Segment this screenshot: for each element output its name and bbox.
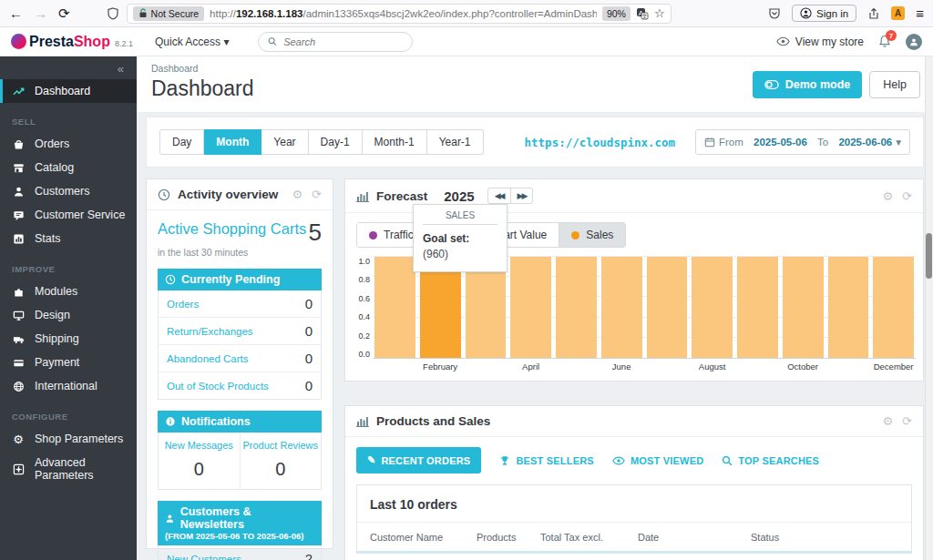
admin-search[interactable] bbox=[258, 32, 413, 52]
sidebar-item-stats[interactable]: Stats bbox=[0, 227, 137, 250]
version-label: 8.2.1 bbox=[115, 39, 133, 48]
sidebar-item-payment[interactable]: Payment bbox=[0, 351, 137, 374]
forecast-bar-april[interactable] bbox=[510, 257, 551, 358]
sidebar-item-dashboard[interactable]: Dashboard bbox=[0, 79, 137, 103]
forecast-bar-may[interactable] bbox=[556, 257, 597, 358]
view-my-store-link[interactable]: View my store bbox=[776, 36, 864, 48]
menu-icon[interactable]: ≡ bbox=[916, 6, 924, 20]
panel-settings-icon[interactable]: ⚙ bbox=[292, 188, 302, 201]
forecast-bar-december[interactable] bbox=[873, 257, 914, 358]
zoom-level-badge[interactable]: 90% bbox=[602, 6, 631, 21]
browser-forward-icon[interactable]: → bbox=[34, 6, 47, 20]
pending-orders-row[interactable]: Orders0 bbox=[159, 290, 321, 318]
pending-outofstock-row[interactable]: Out of Stock Products0 bbox=[159, 372, 321, 399]
panel-refresh-icon[interactable]: ⟳ bbox=[902, 189, 912, 203]
page-scrollbar[interactable] bbox=[925, 56, 933, 560]
forecast-bar-september[interactable] bbox=[737, 257, 778, 358]
new-customers-row[interactable]: New Customers2 bbox=[159, 545, 321, 560]
sidebar-item-catalog[interactable]: Catalog bbox=[0, 156, 137, 179]
sidebar-item-orders[interactable]: Orders bbox=[0, 132, 137, 156]
forecast-year: 2025 bbox=[444, 188, 474, 204]
sidebar-item-label: International bbox=[35, 380, 97, 392]
product-reviews-stat[interactable]: Product Reviews 0 bbox=[240, 433, 322, 489]
pending-abandoned-row[interactable]: Abandoned Carts0 bbox=[159, 345, 321, 372]
x-tick-label bbox=[374, 361, 415, 372]
cloudspinx-link[interactable]: https://cloudspinx.com bbox=[525, 136, 676, 149]
customers-newsletters-header: Customers & Newsletters (FROM 2025-05-06… bbox=[158, 501, 322, 545]
forecast-bar-october[interactable] bbox=[783, 257, 824, 358]
sidebar-item-shop-parameters[interactable]: ⚙ Shop Parameters bbox=[0, 427, 137, 451]
range-month-1-button[interactable]: Month-1 bbox=[363, 129, 427, 155]
x-tick-label: June bbox=[601, 361, 642, 372]
quick-access-menu[interactable]: Quick Access ▾ bbox=[155, 36, 229, 48]
sidebar-item-design[interactable]: Design bbox=[0, 303, 137, 327]
previous-year-button[interactable]: ◀◀ bbox=[488, 188, 510, 203]
range-month-button[interactable]: Month bbox=[204, 129, 261, 155]
panel-settings-icon[interactable]: ⚙ bbox=[882, 414, 893, 428]
forecast-bar-november[interactable] bbox=[828, 257, 869, 358]
bookmark-star-icon[interactable]: ☆ bbox=[654, 7, 665, 19]
prestashop-admin-window: ← → ⟳ Not Secure http://192.168.1.183/ad… bbox=[0, 0, 933, 560]
demo-mode-button[interactable]: Demo mode bbox=[753, 71, 863, 98]
forecast-bar-june[interactable] bbox=[601, 257, 642, 358]
tab-sales[interactable]: Sales bbox=[559, 223, 625, 247]
range-day-button[interactable]: Day bbox=[159, 129, 204, 155]
not-secure-badge[interactable]: Not Secure bbox=[133, 6, 205, 21]
pocket-icon[interactable] bbox=[768, 7, 781, 20]
column-header: Products bbox=[477, 532, 540, 543]
sales-dot-icon bbox=[571, 231, 579, 239]
browser-back-icon[interactable]: ← bbox=[9, 6, 23, 20]
sidebar-section-configure: CONFIGURE bbox=[0, 398, 137, 427]
notifications-bell[interactable]: 7 bbox=[878, 35, 891, 48]
extension-icon[interactable]: A bbox=[891, 6, 905, 20]
range-year-1-button[interactable]: Year-1 bbox=[427, 129, 484, 155]
column-header: Customer Name bbox=[370, 532, 477, 543]
clock-icon bbox=[158, 188, 170, 201]
tab-most-viewed[interactable]: MOST VIEWED bbox=[612, 455, 703, 466]
notification-count-badge: 7 bbox=[886, 30, 897, 41]
translate-icon[interactable]: A文 bbox=[636, 7, 649, 20]
sidebar-item-customers[interactable]: Customers bbox=[0, 179, 137, 203]
forecast-bar-july[interactable] bbox=[647, 257, 688, 358]
trend-chart-icon bbox=[12, 85, 25, 97]
sign-in-button[interactable]: Sign in bbox=[792, 5, 856, 22]
sidebar-collapse-button[interactable]: « bbox=[0, 56, 137, 79]
svg-text:文: 文 bbox=[641, 12, 647, 18]
panel-settings-icon[interactable]: ⚙ bbox=[882, 189, 893, 203]
next-year-button[interactable]: ▶▶ bbox=[510, 188, 533, 203]
shield-icon[interactable] bbox=[107, 7, 119, 20]
range-year-button[interactable]: Year bbox=[261, 129, 308, 155]
sidebar-item-advanced-parameters[interactable]: Advanced Parameters bbox=[0, 451, 137, 487]
date-range-picker[interactable]: From 2025-05-06 To 2025-06-06 ▾ bbox=[695, 129, 910, 155]
sidebar-item-international[interactable]: International bbox=[0, 374, 137, 398]
forecast-bar-august[interactable] bbox=[692, 257, 733, 358]
profile-avatar[interactable] bbox=[906, 34, 922, 50]
active-carts-link[interactable]: Active Shopping Carts bbox=[158, 220, 306, 238]
panel-refresh-icon[interactable]: ⟳ bbox=[312, 188, 322, 201]
pending-returns-row[interactable]: Return/Exchanges0 bbox=[159, 318, 321, 345]
tab-best-sellers[interactable]: BEST SELLERS bbox=[499, 455, 594, 466]
tab-top-searches[interactable]: TOP SEARCHES bbox=[722, 455, 819, 466]
range-day-1-button[interactable]: Day-1 bbox=[309, 129, 363, 155]
browser-reload-icon[interactable]: ⟳ bbox=[58, 6, 70, 20]
sidebar-item-label: Shipping bbox=[35, 332, 79, 345]
currently-pending-header: Currently Pending bbox=[158, 269, 322, 290]
globe-icon bbox=[12, 380, 25, 392]
new-messages-stat[interactable]: New Messages 0 bbox=[159, 433, 240, 489]
to-date: 2025-06-06 bbox=[838, 137, 892, 148]
search-input[interactable] bbox=[283, 36, 403, 47]
scrollbar-thumb[interactable] bbox=[926, 233, 932, 279]
url-bar[interactable]: Not Secure http://192.168.1.183/admin133… bbox=[127, 4, 672, 24]
sidebar-nav: « Dashboard SELL Orders Catalog Customer… bbox=[0, 56, 137, 560]
help-button[interactable]: Help bbox=[869, 71, 920, 98]
panel-refresh-icon[interactable]: ⟳ bbox=[902, 414, 912, 428]
date-range-buttons: Day Month Year Day-1 Month-1 Year-1 bbox=[159, 129, 484, 155]
tab-recent-orders[interactable]: ✎RECENT ORDERS bbox=[356, 447, 481, 473]
forecast-bar-january[interactable] bbox=[374, 257, 415, 358]
search-icon bbox=[268, 36, 277, 46]
share-icon[interactable] bbox=[867, 7, 880, 20]
pencil-icon: ✎ bbox=[367, 454, 375, 466]
sidebar-item-customer-service[interactable]: Customer Service bbox=[0, 203, 137, 227]
sidebar-item-modules[interactable]: Modules bbox=[0, 280, 137, 303]
sidebar-item-shipping[interactable]: Shipping bbox=[0, 327, 137, 351]
